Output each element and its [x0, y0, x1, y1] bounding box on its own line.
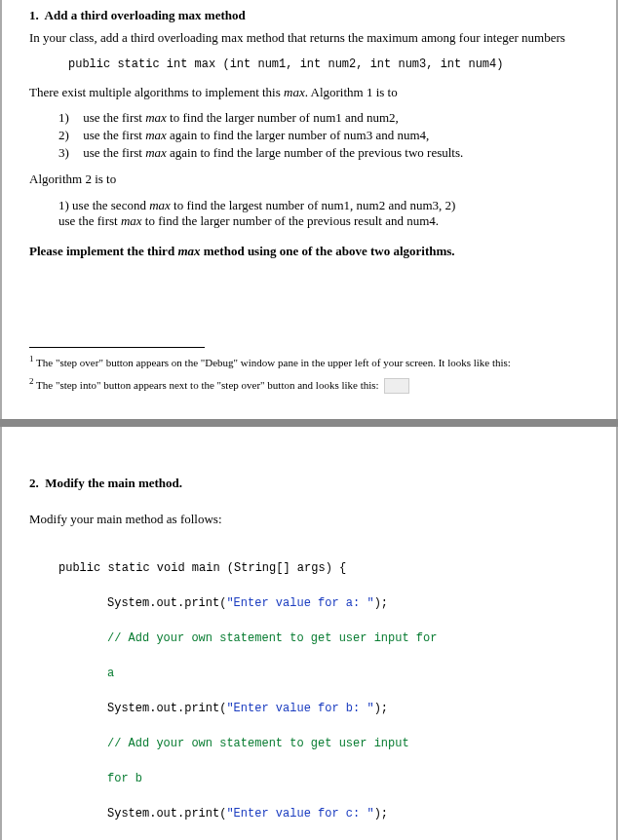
list-item: 2) use the first max again to find the l…: [58, 128, 589, 143]
max-word: max: [145, 145, 167, 160]
item-text: use the second: [72, 198, 149, 212]
item-label: 2): [58, 128, 80, 143]
footnote-rule: [29, 347, 205, 348]
code-line: System.out.print("Enter value for b: ");: [58, 700, 589, 717]
code-comment: a: [58, 665, 589, 682]
list-item: 1) use the first max to find the larger …: [58, 110, 589, 126]
there-exist-text: There exist multiple algorithms to imple…: [29, 85, 284, 99]
section-1-intro: In your class, add a third overloading m…: [29, 29, 589, 47]
max-word: max: [145, 128, 167, 142]
heading-number: 2.: [29, 476, 39, 490]
code-comment: // Add your own statement to get user in…: [58, 630, 589, 647]
code-line: System.out.print("Enter value for c: ");: [58, 805, 589, 822]
max-word: max: [121, 213, 142, 228]
please-post: method using one of the above two algori…: [201, 244, 455, 258]
item-tail: to find the larger number of the previou…: [142, 213, 439, 228]
item-tail: to find the larger number of num1 and nu…: [167, 110, 399, 125]
max-word: max: [149, 198, 171, 212]
page-1: 1. Add a third overloading max method In…: [0, 0, 618, 419]
page-2: 2. Modify the main method. Modify your m…: [0, 427, 618, 840]
heading-text: Add a third overloading max method: [45, 8, 246, 22]
section-2-intro: Modify your main method as follows:: [29, 511, 589, 528]
item-label: 3): [58, 145, 80, 161]
item-text: use the first: [83, 110, 145, 125]
algorithm-2-list: 1) use the second max to find the larges…: [58, 198, 589, 229]
step-into-icon: [384, 378, 409, 394]
list-item: 3) use the first max again to find the l…: [58, 145, 589, 161]
code-comment: // Add your own statement to get user in…: [58, 735, 589, 752]
footnote-text: The "step over" button appears on the "D…: [34, 357, 511, 368]
please-implement: Please implement the third max method us…: [29, 243, 589, 260]
item-tail: again to find the larger number of num3 …: [167, 128, 429, 142]
page-gap: [0, 419, 618, 427]
there-exist-tail: . Algorithm 1 is to: [305, 85, 398, 99]
footnote-2: 2 The "step into" button appears next to…: [29, 376, 589, 394]
heading-number: 1.: [29, 8, 39, 22]
code-comment: for b: [58, 770, 589, 787]
item-text: use the first: [58, 213, 121, 228]
method-signature: public static int max (int num1, int num…: [68, 57, 589, 72]
list-item: use the first max to find the larger num…: [58, 213, 589, 229]
item-text: use the first: [83, 128, 145, 142]
please-pre: Please implement the third: [29, 244, 177, 258]
max-word: max: [284, 85, 305, 99]
algorithm-2-label: Algorithm 2 is to: [29, 171, 589, 188]
list-item: 1) use the second max to find the larges…: [58, 198, 589, 213]
code-line: public static void main (String[] args) …: [58, 559, 589, 577]
item-label: 1): [58, 198, 72, 212]
main-method-code: public static void main (String[] args) …: [58, 542, 589, 840]
section-1-heading: 1. Add a third overloading max method: [29, 8, 589, 23]
footnote-1: 1 The "step over" button appears on the …: [29, 354, 589, 368]
max-word: max: [145, 110, 167, 125]
item-tail: to find the largest number of num1, num2…: [171, 198, 456, 212]
item-tail: again to find the large number of the pr…: [167, 145, 463, 160]
item-label: 1): [58, 110, 80, 126]
max-word: max: [177, 244, 200, 258]
code-line: System.out.print("Enter value for a: ");: [58, 594, 589, 612]
section-2-heading: 2. Modify the main method.: [29, 476, 589, 491]
heading-text: Modify the main method.: [45, 476, 182, 490]
there-exist-para: There exist multiple algorithms to imple…: [29, 84, 589, 101]
algorithm-1-list: 1) use the first max to find the larger …: [58, 110, 589, 161]
footnote-text: The "step into" button appears next to t…: [34, 379, 379, 391]
item-text: use the first: [83, 145, 145, 160]
